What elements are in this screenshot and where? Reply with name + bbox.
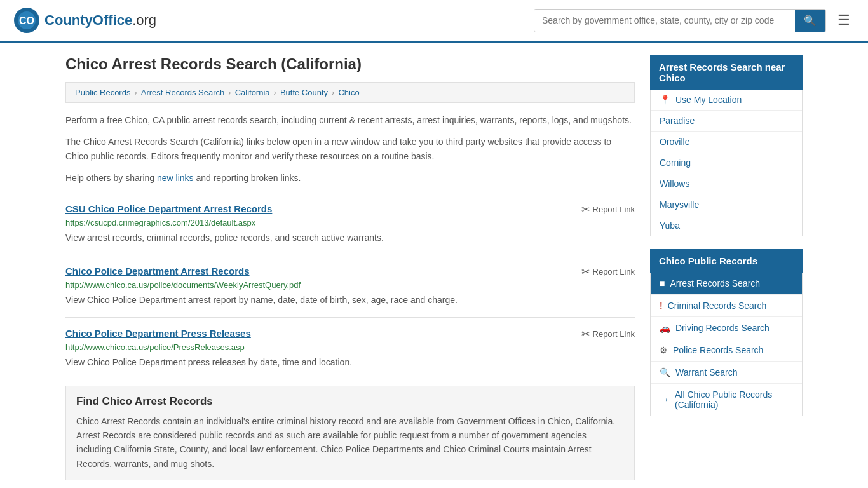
sidebar-all-records[interactable]: → All Chico Public Records (California) <box>651 384 802 416</box>
sidebar-criminal-records-search[interactable]: ! Criminal Records Search <box>651 295 802 317</box>
record-entry-0: CSU Chico Police Department Arrest Recor… <box>65 193 635 255</box>
sidebar-driving-records-search[interactable]: 🚗 Driving Records Search <box>651 317 802 339</box>
sidebar-near-oroville[interactable]: Oroville <box>651 132 802 152</box>
warrant-search-icon: 🔍 <box>660 367 670 377</box>
record-header-1: Chico Police Department Arrest Records ✂… <box>65 266 635 278</box>
breadcrumb: Public Records › Arrest Records Search ›… <box>65 82 635 103</box>
driving-records-icon: 🚗 <box>660 323 670 333</box>
breadcrumb-chico[interactable]: Chico <box>338 88 359 97</box>
search-button[interactable]: 🔍 <box>795 10 825 32</box>
police-records-link[interactable]: Police Records Search <box>673 345 763 355</box>
report-label-2: Report Link <box>593 329 635 339</box>
logo-icon: CO <box>13 6 41 34</box>
use-my-location-link[interactable]: Use My Location <box>675 95 742 105</box>
description-para3-suffix: and reporting broken links. <box>194 173 301 183</box>
location-icon: 📍 <box>660 95 670 105</box>
header-right: 🔍 ☰ <box>534 9 855 32</box>
breadcrumb-butte-county[interactable]: Butte County <box>280 88 328 97</box>
svg-text:CO: CO <box>19 15 34 26</box>
oroville-link[interactable]: Oroville <box>660 137 689 147</box>
report-icon-2: ✂ <box>581 328 590 340</box>
description-para3: Help others by sharing new links and rep… <box>65 171 635 185</box>
report-label-1: Report Link <box>593 267 635 276</box>
record-entries: CSU Chico Police Department Arrest Recor… <box>65 193 635 379</box>
sidebar-near-header: Arrest Records Search near Chico <box>650 55 803 90</box>
marysville-link[interactable]: Marysville <box>660 200 699 210</box>
report-link-1[interactable]: ✂ Report Link <box>581 266 635 278</box>
sidebar: Arrest Records Search near Chico 📍 Use M… <box>650 55 803 480</box>
content: Chico Arrest Records Search (California)… <box>65 55 635 480</box>
yuba-link[interactable]: Yuba <box>660 220 680 231</box>
report-icon-1: ✂ <box>581 266 590 278</box>
record-desc-2: View Chico Police Department press relea… <box>65 356 635 369</box>
main-container: Chico Arrest Records Search (California)… <box>53 43 815 488</box>
report-icon-0: ✂ <box>581 203 590 215</box>
record-header-0: CSU Chico Police Department Arrest Recor… <box>65 203 635 215</box>
search-input[interactable] <box>534 10 795 30</box>
sidebar-records-header: Chico Public Records <box>650 249 803 273</box>
record-title-2[interactable]: Chico Police Department Press Releases <box>65 328 251 339</box>
arrest-records-icon: ■ <box>660 278 665 288</box>
breadcrumb-sep-3: › <box>274 88 276 97</box>
record-url-0[interactable]: https://csucpd.crimegraphics.com/2013/de… <box>65 218 635 227</box>
record-desc-1: View Chico Police Department arrest repo… <box>65 294 635 307</box>
record-entry-2: Chico Police Department Press Releases ✂… <box>65 317 635 379</box>
record-header-2: Chico Police Department Press Releases ✂… <box>65 328 635 340</box>
all-records-link[interactable]: All Chico Public Records (California) <box>675 390 793 410</box>
criminal-records-link[interactable]: Criminal Records Search <box>668 301 767 311</box>
header: CO CountyOffice.org 🔍 ☰ <box>0 0 868 43</box>
record-title-0[interactable]: CSU Chico Police Department Arrest Recor… <box>65 203 272 214</box>
paradise-link[interactable]: Paradise <box>660 116 695 126</box>
description-para2: The Chico Arrest Records Search (Califor… <box>65 135 635 163</box>
description-para3-prefix: Help others by sharing <box>65 173 157 183</box>
menu-button[interactable]: ☰ <box>832 10 855 31</box>
sidebar-near-use-my-location[interactable]: 📍 Use My Location <box>651 90 802 111</box>
record-url-2[interactable]: http://www.chico.ca.us/police/PressRelea… <box>65 342 635 352</box>
all-records-icon: → <box>660 394 670 405</box>
corning-link[interactable]: Corning <box>660 158 691 168</box>
search-bar-container: 🔍 <box>534 9 826 32</box>
sidebar-records-items: ■ Arrest Records Search ! Criminal Recor… <box>650 273 803 416</box>
record-url-1[interactable]: http://www.chico.ca.us/police/documents/… <box>65 280 635 290</box>
sidebar-near-section: Arrest Records Search near Chico 📍 Use M… <box>650 55 803 236</box>
breadcrumb-california[interactable]: California <box>235 88 270 97</box>
sidebar-near-yuba[interactable]: Yuba <box>651 215 802 236</box>
criminal-records-icon: ! <box>660 301 663 311</box>
sidebar-arrest-records-search[interactable]: ■ Arrest Records Search <box>651 273 802 295</box>
report-link-0[interactable]: ✂ Report Link <box>581 203 635 215</box>
breadcrumb-sep-2: › <box>228 88 231 97</box>
report-link-2[interactable]: ✂ Report Link <box>581 328 635 340</box>
sidebar-near-marysville[interactable]: Marysville <box>651 194 802 215</box>
sidebar-near-willows[interactable]: Willows <box>651 173 802 194</box>
police-records-icon: ⚙ <box>660 345 668 355</box>
find-desc: Chico Arrest Records contain an individu… <box>76 414 624 471</box>
sidebar-warrant-search[interactable]: 🔍 Warrant Search <box>651 362 802 384</box>
sidebar-near-corning[interactable]: Corning <box>651 152 802 173</box>
find-section: Find Chico Arrest Records Chico Arrest R… <box>65 386 635 481</box>
breadcrumb-sep-4: › <box>332 88 334 97</box>
find-title: Find Chico Arrest Records <box>76 395 624 408</box>
sidebar-near-paradise[interactable]: Paradise <box>651 111 802 132</box>
warrant-search-link[interactable]: Warrant Search <box>675 367 738 377</box>
record-entry-1: Chico Police Department Arrest Records ✂… <box>65 255 635 317</box>
sidebar-near-items: 📍 Use My Location Paradise Oroville Corn… <box>650 90 803 236</box>
report-label-0: Report Link <box>593 205 635 214</box>
record-title-1[interactable]: Chico Police Department Arrest Records <box>65 266 250 276</box>
driving-records-link[interactable]: Driving Records Search <box>675 323 770 333</box>
sidebar-police-records-search[interactable]: ⚙ Police Records Search <box>651 339 802 362</box>
sidebar-records-section: Chico Public Records ■ Arrest Records Se… <box>650 249 803 416</box>
breadcrumb-public-records[interactable]: Public Records <box>75 88 130 97</box>
new-links-link[interactable]: new links <box>157 173 194 183</box>
page-title: Chico Arrest Records Search (California) <box>65 55 635 73</box>
logo-text: CountyOffice.org <box>44 12 156 29</box>
record-desc-0: View arrest records, criminal records, p… <box>65 231 635 245</box>
logo-area: CO CountyOffice.org <box>13 6 156 34</box>
breadcrumb-arrest-records-search[interactable]: Arrest Records Search <box>141 88 225 97</box>
breadcrumb-sep-1: › <box>134 88 137 97</box>
willows-link[interactable]: Willows <box>660 179 689 189</box>
arrest-records-link[interactable]: Arrest Records Search <box>670 278 760 288</box>
description-para1: Perform a free Chico, CA public arrest r… <box>65 113 635 127</box>
